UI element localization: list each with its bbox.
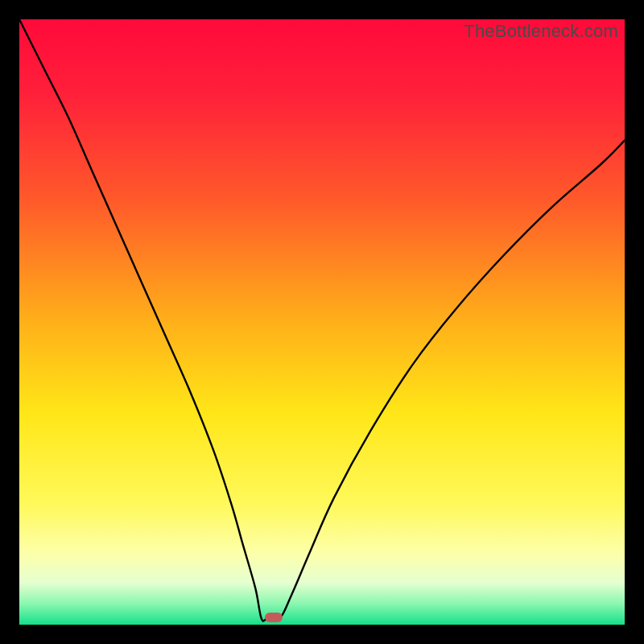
watermark-text: TheBottleneck.com (464, 21, 618, 42)
bottleneck-marker (265, 613, 283, 622)
bottleneck-chart (19, 19, 625, 625)
gradient-background (19, 19, 625, 625)
chart-frame: TheBottleneck.com (19, 19, 625, 625)
